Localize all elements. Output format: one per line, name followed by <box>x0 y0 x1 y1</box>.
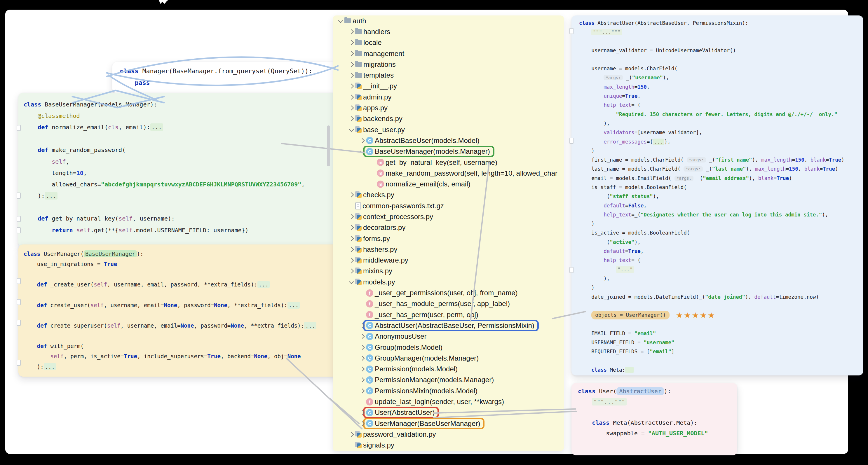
code-line: REQUIRED_FIELDS = ["email"] <box>579 347 856 356</box>
function-icon: f <box>366 311 373 318</box>
tree-row[interactable]: CAbstractBaseUser(models.Model) <box>333 135 564 146</box>
code-line: class BaseUserManager(models.Manager): <box>24 99 333 110</box>
fold-marker[interactable] <box>17 299 21 305</box>
tree-row[interactable]: CUser(AbstractUser) <box>333 407 564 418</box>
code-token: ... <box>287 302 300 309</box>
tree-row[interactable]: CAnonymousUser <box>333 331 564 342</box>
fold-marker[interactable] <box>17 360 21 366</box>
fold-marker[interactable] <box>17 216 21 222</box>
file-tree-panel[interactable]: authhandlerslocalemanagementmigrationste… <box>333 15 564 451</box>
tree-node-label: locale <box>363 38 382 47</box>
code-line <box>579 55 856 64</box>
tree-row[interactable]: checks.py <box>333 190 564 200</box>
code-token: def <box>24 322 47 329</box>
tree-row[interactable]: admin.py <box>333 92 564 102</box>
tree-node: fupdate_last_login(sender, user, **kwarg… <box>363 396 508 407</box>
tree-row[interactable]: f_user_has_perm(user, perm, obj) <box>333 309 564 320</box>
tree-row[interactable]: common-passwords.txt.gz <box>333 200 564 211</box>
tree-row[interactable]: management <box>333 48 564 59</box>
code-token: pass <box>120 79 150 86</box>
tree-row[interactable]: forms.py <box>333 233 564 244</box>
tree-row[interactable]: CBaseUserManager(models.Manager) <box>333 146 564 157</box>
user-manager-snippet-card[interactable]: class UserManager(BaseUserManager): use_… <box>19 244 338 376</box>
code-token: _( <box>706 157 715 163</box>
fold-marker[interactable] <box>17 320 21 326</box>
tree-row[interactable]: mget_by_natural_key(self, username) <box>333 157 564 168</box>
tree-row[interactable]: models.py <box>333 276 564 287</box>
tree-row[interactable]: locale <box>333 37 564 48</box>
code-token: is_active = models.BooleanField( <box>579 230 690 236</box>
code-line: """...""" <box>579 27 856 36</box>
tree-row[interactable]: context_processors.py <box>333 211 564 222</box>
abstract-user-code-panel[interactable]: class AbstractUser(AbstractBaseUser, Per… <box>571 15 863 375</box>
tree-row[interactable]: middleware.py <box>333 255 564 266</box>
code-token: , <box>644 203 647 208</box>
tree-row[interactable]: apps.py <box>333 102 564 113</box>
tree-node-label: Group(models.Model) <box>375 343 442 352</box>
code-token: validators <box>579 130 634 135</box>
tree-row[interactable]: templates <box>333 70 564 80</box>
code-token: username = models.CharField( <box>579 66 677 71</box>
tree-node-label: hashers.py <box>363 245 397 254</box>
tree-row[interactable]: handlers <box>333 26 564 37</box>
code-token: , <box>804 157 810 163</box>
code-token: "..." <box>616 266 634 273</box>
fold-marker[interactable] <box>569 267 574 273</box>
tree-row[interactable]: base_user.py <box>333 124 564 135</box>
tree-row[interactable]: CGroup(models.Model) <box>333 342 564 353</box>
tree-row[interactable]: fupdate_last_login(sender, user, **kwarg… <box>333 396 564 407</box>
tree-row[interactable]: CGroupManager(models.Manager) <box>333 353 564 364</box>
code-line: help_text=_( <box>579 101 856 110</box>
tree-row[interactable]: f_user_has_module_perms(user, app_label) <box>333 298 564 309</box>
code-token: .get(**{ <box>91 227 119 234</box>
code-token: self <box>91 302 104 308</box>
code-line: def with_perm( <box>24 341 333 351</box>
code-token: *args: <box>675 176 694 181</box>
tree-row[interactable]: signals.py <box>333 440 564 451</box>
tree-row[interactable]: mixins.py <box>333 266 564 276</box>
tree-row[interactable]: CPermissionManager(models.Manager) <box>333 374 564 385</box>
tree-row[interactable]: CPermissionsMixin(models.Model) <box>333 385 564 396</box>
code-line: email = models.EmailField( *args: _("ema… <box>579 173 856 182</box>
tree-row[interactable]: f_user_get_permissions(user, obj, from_n… <box>333 287 564 298</box>
tree-row[interactable]: mnormalize_email(cls, email) <box>333 178 564 189</box>
tree-row[interactable]: mmake_random_password(self, length=10, a… <box>333 168 564 178</box>
manager-snippet-card[interactable]: class Manager(BaseManager.from_queryset(… <box>112 62 335 93</box>
code-token: ... <box>45 192 58 200</box>
tree-row[interactable]: CUserManager(BaseUserManager) <box>333 418 564 429</box>
tree-row[interactable]: decorators.py <box>333 222 564 233</box>
fold-marker[interactable] <box>17 227 21 233</box>
tree-node-label: forms.py <box>363 235 390 243</box>
tree-row[interactable]: password_validation.py <box>333 429 564 440</box>
base-user-manager-snippet-card[interactable]: class BaseUserManager(models.Manager): @… <box>19 93 338 247</box>
code-token: use_in_migrations = <box>24 261 104 267</box>
code-token: ) <box>841 157 844 163</box>
tree-row[interactable]: CAbstractUser(AbstractBaseUser, Permissi… <box>333 320 564 331</box>
fold-marker[interactable] <box>569 28 574 34</box>
code-token: , <box>638 93 641 99</box>
code-line: ), <box>579 274 856 283</box>
tree-row[interactable]: backends.py <box>333 113 564 124</box>
code-line: help_text=_( <box>579 256 856 265</box>
code-token <box>578 398 592 405</box>
fold-marker[interactable] <box>17 193 21 199</box>
tree-row[interactable]: hashers.py <box>333 244 564 255</box>
tree-row[interactable]: CPermission(models.Model) <box>333 364 564 374</box>
tree-row[interactable]: __init__.py <box>333 81 564 92</box>
fold-marker[interactable] <box>17 125 21 131</box>
code-token: ), <box>634 239 641 245</box>
code-line: class Meta: <box>579 365 856 374</box>
code-token: = <box>622 93 625 99</box>
user-class-snippet-card[interactable]: class User(AbstractUser): """...""" clas… <box>571 383 737 455</box>
tree-node: models.py <box>352 276 399 287</box>
fold-marker[interactable] <box>17 278 21 284</box>
code-token: normalize_email( <box>48 124 108 131</box>
code-token: _( <box>579 193 610 199</box>
code-token: None <box>230 322 244 329</box>
code-line: default=True, <box>579 246 856 256</box>
fold-marker[interactable] <box>569 138 574 144</box>
code-token: , obj= <box>267 353 287 359</box>
code-token: ... <box>257 281 270 288</box>
tree-row[interactable]: auth <box>333 15 564 26</box>
tree-row[interactable]: migrations <box>333 59 564 70</box>
